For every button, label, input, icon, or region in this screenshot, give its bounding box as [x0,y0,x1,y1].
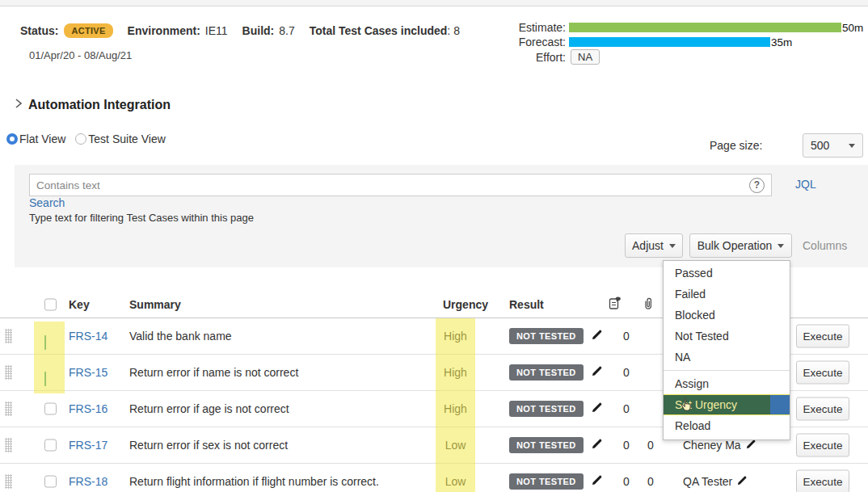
attachments-count: 0 [643,439,658,452]
search-input-wrap: ? [29,174,772,196]
result-badge: NOT TESTED [509,328,584,344]
help-icon[interactable]: ? [749,178,765,193]
result-cell: NOT TESTED [509,364,603,381]
row-checkbox[interactable] [44,439,57,451]
execute-button[interactable]: Execute [796,397,849,420]
result-cell: NOT TESTED [509,328,603,344]
menu-item-failed[interactable]: Failed [664,284,790,305]
column-header-result: Result [509,298,544,311]
chevron-down-icon [849,144,855,148]
test-key-link[interactable]: FRS-18 [69,475,107,488]
environment-value: IE11 [205,24,228,37]
effort-label: Effort: [483,51,566,64]
drag-handle[interactable] [5,329,12,343]
menu-item-assign[interactable]: Assign [664,373,790,394]
effort-row: Effort: NA [483,49,600,65]
bulk-operation-button[interactable]: Bulk Operation [689,233,792,258]
build-label: Build: [242,24,275,37]
drag-handle[interactable] [5,365,12,380]
search-link[interactable]: Search [29,196,65,209]
test-key-link[interactable]: FRS-16 [69,402,107,415]
menu-item-na[interactable]: NA [664,347,790,368]
menu-item-passed[interactable]: Passed [664,263,790,284]
estimate-label: Estimate: [483,21,566,34]
row-checkbox[interactable] [44,402,57,414]
comments-count: 0 [619,366,634,379]
urgency-value: Low [436,475,475,488]
test-suite-view-radio[interactable] [75,133,86,145]
search-input[interactable] [30,179,749,191]
section-header[interactable]: Automation Integration [15,98,171,112]
row-checkbox[interactable] [44,475,57,487]
test-summary: Return flight information if flight numb… [129,475,379,488]
date-range: 01/Apr/20 - 08/Aug/21 [29,49,132,61]
estimate-row: Estimate: 50m [483,21,863,34]
test-summary: Return error if age is not correct [129,402,289,415]
drag-handle[interactable] [5,402,12,416]
attachments-count: 0 [643,475,658,488]
adjust-button-label: Adjust [632,239,664,252]
table-row: FRS-18 Return flight information if flig… [0,463,868,492]
chevron-down-icon [777,244,784,248]
total-test-cases-value: : 8 [447,24,460,37]
page-size-value: 500 [811,139,829,152]
estimate-value: 50m [842,22,863,34]
edit-result-icon[interactable] [592,329,603,343]
test-summary: Return error if sex is not correct [129,439,288,452]
urgency-value: High [436,330,475,343]
menu-item-not-tested[interactable]: Not Tested [664,326,790,347]
forecast-row: Forecast: 35m [483,36,792,48]
comments-column-icon [608,296,622,313]
comments-count: 0 [619,330,634,343]
chevron-down-icon [669,244,676,248]
row-checkbox[interactable] [44,372,46,386]
result-cell: NOT TESTED [509,437,603,453]
forecast-bar [569,37,770,47]
edit-result-icon[interactable] [592,402,603,415]
result-badge: NOT TESTED [509,364,584,381]
result-cell: NOT TESTED [509,473,603,490]
section-title: Automation Integration [28,98,171,112]
execute-button[interactable]: Execute [796,433,849,456]
comments-count: 0 [619,402,634,415]
edit-assignee-icon[interactable] [737,475,748,488]
chevron-right-icon[interactable] [15,98,23,112]
test-key-link[interactable]: FRS-15 [69,366,107,379]
test-cycle-page: Status: ACTIVE Environment: IE11 Build: … [0,0,868,492]
execute-button[interactable]: Execute [796,360,849,384]
edit-result-icon[interactable] [592,438,603,452]
adjust-button[interactable]: Adjust [625,233,683,258]
column-header-summary: Summary [129,298,181,311]
attachment-column-icon [643,296,654,313]
execute-button[interactable]: Execute [796,469,849,492]
comments-count: 0 [619,439,634,452]
urgency-value: High [436,402,475,415]
test-suite-view-label: Test Suite View [88,132,165,145]
select-all-checkbox[interactable] [44,298,57,310]
result-badge: NOT TESTED [509,401,584,417]
execute-button[interactable]: Execute [796,324,849,347]
edit-result-icon[interactable] [592,365,603,379]
result-cell: NOT TESTED [509,401,603,417]
column-header-urgency: Urgency [443,298,488,311]
status-badge: ACTIVE [64,23,112,38]
assignee-cell: QA Tester [683,475,748,488]
test-key-link[interactable]: FRS-17 [69,439,107,452]
build-value: 8.7 [279,24,294,37]
flat-view-radio[interactable] [6,133,18,145]
drag-handle[interactable] [5,474,12,489]
menu-item-reload[interactable]: Reload [664,415,790,436]
assignee-name: QA Tester [683,475,732,488]
page-size-select[interactable]: 500 [803,133,863,158]
row-checkbox[interactable] [44,335,46,350]
jql-link[interactable]: JQL [795,178,816,191]
edit-result-icon[interactable] [592,474,603,488]
test-key-link[interactable]: FRS-14 [69,330,107,343]
menu-item-set-urgency[interactable]: Set Urgency [664,394,790,415]
columns-button[interactable]: Columns [803,239,847,252]
drag-handle[interactable] [5,438,12,452]
environment-label: Environment: [128,24,200,37]
flat-view-label: Flat View [19,132,65,145]
urgency-value: Low [436,439,475,452]
menu-item-blocked[interactable]: Blocked [664,305,790,326]
